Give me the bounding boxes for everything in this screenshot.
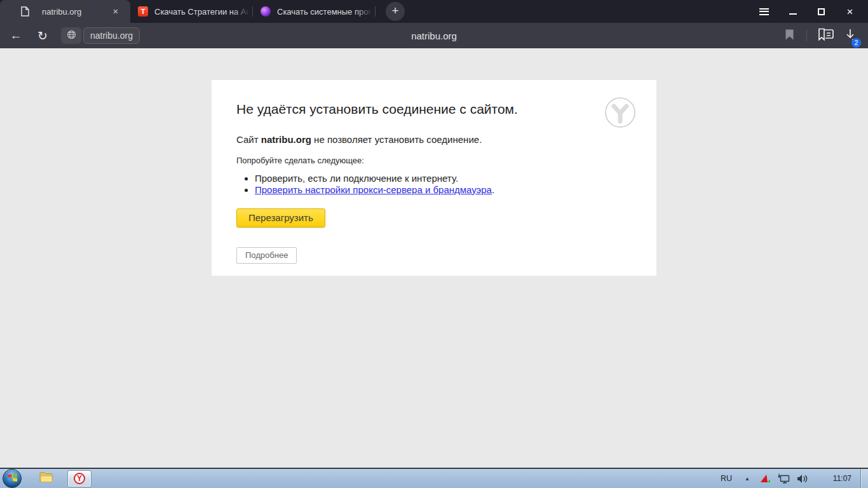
browser-viewport: Не удаётся установить соединение с сайто… [0,48,868,468]
bookmark-button[interactable] [780,29,799,43]
back-button[interactable]: ← [5,29,27,43]
suggestion-suffix: . [492,184,494,195]
tab-divider [375,6,376,17]
windows-taskbar: Y RU ▲ [0,468,868,488]
yandex-browser-logo-icon [605,97,635,128]
explorer-taskbar-button[interactable] [36,470,57,487]
network-icon[interactable] [778,473,790,484]
minimize-button[interactable] [778,0,807,23]
language-indicator[interactable]: RU [721,474,732,483]
collections-icon [818,28,834,44]
suggestions-list: Проверить, есть ли подключение к интерне… [255,173,656,195]
yandex-browser-taskbar-button[interactable]: Y [67,470,92,487]
show-hidden-icons-arrow[interactable]: ▲ [745,476,750,482]
globe-icon [67,30,76,42]
tab-strategies[interactable]: T Скачать Стратегии на And [130,0,252,23]
connection-error-card: Не удаётся установить соединение с сайто… [212,80,656,276]
system-tray: RU ▲ 11:07 [721,469,868,488]
reload-button[interactable]: Перезагрузить [236,208,325,227]
app-tray-icon[interactable] [760,474,771,483]
download-count-badge: 2 [851,38,861,48]
close-tab-icon[interactable]: × [110,6,121,17]
document-icon [21,6,29,17]
new-tab-button[interactable]: + [386,2,405,21]
error-message: Сайт natribu.org не позволяет установить… [236,134,656,145]
tab-natribu[interactable]: natribu.org × [0,0,130,23]
show-desktop-button[interactable] [860,469,868,488]
message-prefix: Сайт [236,134,261,145]
collections-button[interactable] [815,28,837,44]
suggestion-item: Проверить, есть ли подключение к интерне… [255,173,656,184]
refresh-button[interactable]: ↻ [33,29,52,43]
tab-system-programs[interactable]: Скачать системные прогр [253,0,375,23]
address-bar[interactable]: natribu.org [83,27,140,44]
tab-bar: natribu.org × T Скачать Стратегии на And… [0,0,868,23]
purple-sphere-icon [261,6,271,17]
suggestion-text: Проверить, есть ли подключение к интерне… [255,173,458,184]
maximize-button[interactable] [807,0,836,23]
tab-title: Скачать системные прогр [277,7,372,17]
tab-title: natribu.org [42,7,81,17]
message-suffix: не позволяет установить соединение. [311,134,482,145]
close-icon: × [847,6,853,17]
details-button[interactable]: Подробнее [236,247,297,264]
tab-title: Скачать Стратегии на And [154,7,250,17]
toolbar: ← ↻ natribu.org natribu.org [0,23,868,48]
error-heading: Не удаётся установить соединение с сайто… [236,102,656,117]
message-domain: natribu.org [261,134,311,145]
toolbar-right: 2 [780,28,868,44]
volume-icon[interactable] [797,474,808,484]
folder-icon [39,471,53,485]
proxy-settings-link[interactable]: Проверить настройки прокси-сервера и бра… [255,184,492,195]
window-controls: × [750,0,864,23]
menu-icon [759,6,769,17]
suggestions-title: Попробуйте сделать следующее: [236,156,656,165]
downloads-button[interactable]: 2 [837,29,863,43]
start-button[interactable] [3,469,22,488]
bookmark-icon [785,29,794,43]
minimize-icon [789,13,797,15]
close-window-button[interactable]: × [836,0,864,23]
site-badge[interactable] [61,27,81,44]
toolbar-divider [806,30,807,41]
letter-t-icon: T [138,6,148,17]
yandex-browser-icon: Y [74,473,85,484]
maximize-icon [818,8,825,15]
url-text: natribu.org [90,30,133,41]
windows-logo-icon [7,473,18,485]
suggestion-item: Проверить настройки прокси-сервера и бра… [255,184,656,196]
clock[interactable]: 11:07 [833,474,851,483]
browser-menu-button[interactable] [750,0,778,23]
